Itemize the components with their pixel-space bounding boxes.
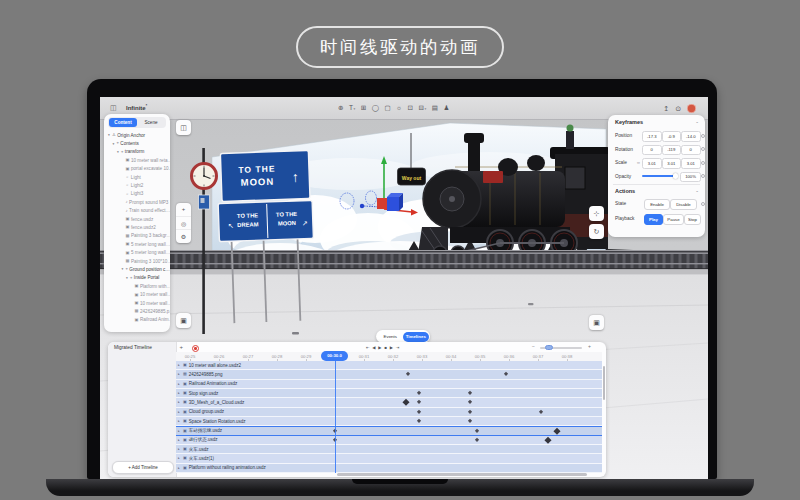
value-field[interactable]: 3.01 (681, 158, 701, 169)
keyframe-diamond[interactable] (539, 410, 544, 415)
tree-item[interactable]: ☼Light (104, 173, 170, 181)
timeline-track-row[interactable]: ▸▣Platform without railing animation.usd… (176, 464, 602, 473)
timeline-track-row[interactable]: ▸▦2426249885.png (176, 370, 602, 379)
tab-timelines[interactable]: Timelines (403, 332, 429, 342)
tab-content[interactable]: Content (109, 118, 137, 127)
keyframe-diamond[interactable] (417, 419, 422, 424)
keyframe-diamond[interactable] (468, 410, 473, 415)
play-icon[interactable]: ▶ (378, 345, 381, 350)
value-field[interactable]: 3.01 (662, 158, 682, 169)
frames-icon[interactable]: ⊞ (361, 105, 366, 112)
scene-alt-icon[interactable]: ⊟▾ (419, 105, 427, 112)
ar-preview-button-right[interactable]: ▣ (589, 315, 604, 330)
value-field[interactable]: -0.9 (662, 131, 682, 142)
tree-item[interactable]: ▣portal excavate 10… (104, 165, 170, 173)
tree-item[interactable]: ▾⌖Inside Portal (104, 274, 170, 282)
ar-preview-button-left[interactable]: ▣ (176, 313, 191, 328)
shape-circle-icon[interactable]: ◯ (372, 105, 379, 112)
screenshot-icon[interactable]: ⊙ (675, 105, 681, 112)
skip-to-end-icon[interactable]: ⇥ (396, 345, 400, 350)
keyframe-diamond[interactable] (468, 400, 473, 405)
pivot-dot[interactable] (360, 204, 364, 208)
add-keyframe-icon[interactable] (701, 134, 705, 138)
gizmo-red-cube[interactable] (377, 198, 387, 209)
tree-item[interactable]: ▾⌖Ground position c… (104, 265, 170, 273)
add-keyframe-icon[interactable] (701, 147, 705, 151)
keyframe-diamond[interactable] (468, 419, 473, 424)
add-keyframe-icon[interactable] (701, 161, 705, 165)
tab-scene[interactable]: Scene (137, 118, 165, 127)
add-track-button[interactable]: + (180, 344, 184, 350)
add-icon[interactable]: + (176, 203, 191, 217)
tree-item[interactable]: ▣Railroad Anim… (104, 316, 170, 324)
tree-item[interactable]: ▦Painting 3 100*10… (104, 257, 170, 265)
value-field[interactable]: -17.3 (642, 131, 662, 142)
tree-item[interactable]: ▦Painting 3 backgr… (104, 232, 170, 240)
timeline-track-row[interactable]: ▸▣3D_Mesh_of_a_Cloud.usdz (176, 398, 602, 407)
keyframe-diamond[interactable] (417, 391, 422, 396)
card-icon[interactable]: ▤ (432, 105, 438, 112)
insert-object-icon[interactable]: ⊕ (338, 105, 343, 112)
keyframe-diamond[interactable] (545, 437, 551, 443)
gear-icon[interactable]: ⚙ (176, 230, 191, 243)
keyframe-diamond[interactable] (554, 428, 560, 434)
value-field[interactable]: -119 (662, 145, 682, 156)
scene-icon[interactable]: ⊡ (408, 105, 413, 112)
person-icon[interactable]: ♟ (443, 105, 449, 112)
timeline-track-row[interactable]: ▸▣Stop sign.usdz (176, 389, 602, 398)
tree-item[interactable]: ▣fence.usdz2 (104, 223, 170, 231)
add-keyframe-icon[interactable] (701, 174, 705, 178)
timeline-track-row[interactable]: ▸▣10 meter wall alone.usdz2 (176, 361, 602, 370)
playhead-line[interactable] (335, 361, 336, 473)
tree-item[interactable]: ▾⚓Origin Anchor (104, 131, 170, 139)
tree-item[interactable]: ▣fence.usdz (104, 215, 170, 223)
timeline-track-row[interactable]: ▸▣Railroad Animation.usdz (176, 380, 602, 389)
link-icon[interactable]: ∞ (637, 160, 640, 165)
move-tool-button[interactable]: ⊹ (589, 206, 604, 221)
shape-square-icon[interactable]: ▢ (384, 105, 390, 112)
keyframe-diamond[interactable] (403, 399, 409, 405)
focus-target-icon[interactable]: ◎ (176, 217, 191, 231)
add-timeline-button[interactable]: + Add Timeline (112, 461, 174, 474)
value-field[interactable]: 3.01 (642, 158, 662, 169)
light-icon[interactable]: ☼ (396, 105, 402, 112)
zoom-out-icon[interactable]: − (532, 343, 535, 349)
enable-button[interactable]: Enable (644, 199, 670, 210)
stop-icon[interactable]: ■ (384, 345, 387, 350)
share-icon[interactable]: ↥ (663, 105, 669, 112)
opacity-value[interactable]: 100% (680, 172, 701, 183)
playhead-time[interactable]: 00:30.0 (321, 351, 348, 361)
vertical-scrollbar[interactable] (603, 366, 606, 400)
tree-item[interactable]: ▦2426249885.p… (104, 307, 170, 315)
tab-events[interactable]: Events (378, 332, 404, 342)
zoom-slider-thumb[interactable] (545, 345, 553, 350)
panels-toggle-button[interactable]: ◫ (176, 120, 191, 135)
keyframe-diamond[interactable] (475, 429, 480, 434)
opacity-slider[interactable] (642, 175, 676, 177)
tree-item[interactable]: ▣Platform with… (104, 282, 170, 290)
tree-item[interactable]: ▣5 meter long wall… (104, 240, 170, 248)
zoom-in-icon[interactable]: + (588, 343, 591, 349)
stop-button[interactable]: Stop (684, 214, 701, 225)
timeline-name[interactable]: Migrated Timeline (114, 345, 152, 350)
keyframe-diamond[interactable] (417, 400, 422, 405)
tree-item[interactable]: ♪Train sound effect… (104, 207, 170, 215)
timeline-track-row[interactable]: ▸▣进行状态.usdz (176, 436, 602, 445)
orbit-tool-button[interactable]: ↻ (589, 224, 604, 239)
tree-item[interactable]: ☼Light2 (104, 181, 170, 189)
tree-item[interactable]: ▣10 meter wall reta… (104, 156, 170, 164)
keyframe-diamond[interactable] (405, 372, 410, 377)
tree-item[interactable]: ♪Prompt sound MP3 (104, 198, 170, 206)
keyframe-diamond[interactable] (475, 438, 480, 443)
next-frame-icon[interactable]: ▶ (390, 345, 393, 350)
pause-button[interactable]: Pause (663, 214, 684, 225)
timeline-track-row[interactable]: ▸▣火车.usdz(1) (176, 454, 602, 463)
tree-item[interactable]: ▣10 meter wall… (104, 290, 170, 298)
skip-to-start-icon[interactable]: ⇤ (366, 345, 370, 350)
previous-frame-icon[interactable]: ◀ (372, 345, 375, 350)
chevron-down-icon[interactable]: ⌄ (695, 188, 699, 193)
value-field[interactable]: 0 (642, 145, 662, 156)
timeline-track-row[interactable]: ▸▣车站指示牌.usdz (176, 426, 602, 435)
keyframe-diamond[interactable] (504, 372, 509, 377)
account-avatar[interactable] (687, 104, 696, 113)
